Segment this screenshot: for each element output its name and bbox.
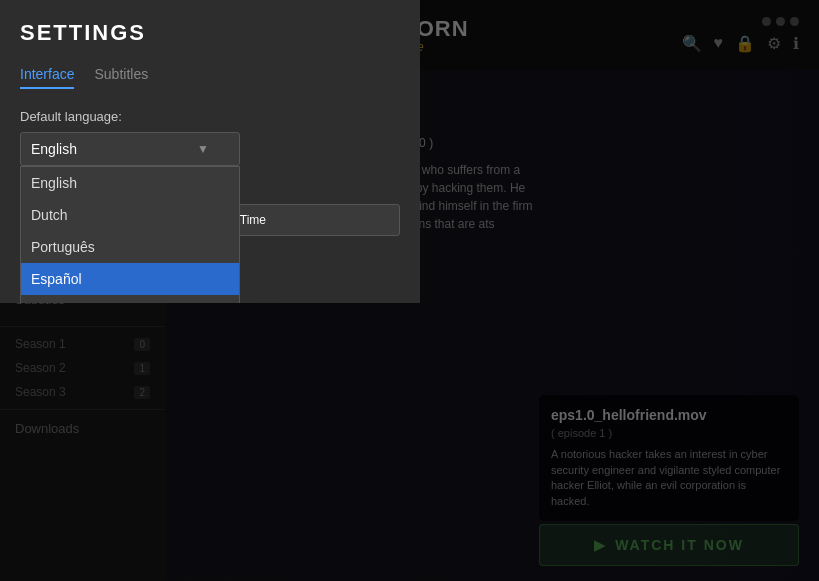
language-dropdown-container: English ▼ English Dutch Português Españo…	[20, 132, 240, 166]
settings-nav: Interface Subtitles	[20, 66, 400, 89]
lang-francais[interactable]: Français	[21, 295, 239, 303]
lang-espanol[interactable]: Español	[21, 263, 239, 295]
lang-english[interactable]: English	[21, 167, 239, 199]
settings-panel-title: SETTINGS	[20, 20, 400, 46]
language-dropdown-trigger[interactable]: English ▼	[20, 132, 240, 166]
settings-panel: ✕ SETTINGS Interface Subtitles Default l…	[0, 0, 420, 303]
lang-dutch[interactable]: Dutch	[21, 199, 239, 231]
language-selected-value: English	[31, 141, 77, 157]
settings-overlay: ✕ SETTINGS Interface Subtitles Default l…	[0, 0, 819, 581]
language-dropdown-list[interactable]: English Dutch Português Español Français…	[20, 166, 240, 303]
language-label: Default language:	[20, 109, 400, 124]
lang-portugues[interactable]: Português	[21, 231, 239, 263]
settings-nav-interface[interactable]: Interface	[20, 66, 74, 89]
settings-nav-subtitles[interactable]: Subtitles	[94, 66, 148, 89]
dropdown-arrow-icon: ▼	[197, 142, 209, 156]
